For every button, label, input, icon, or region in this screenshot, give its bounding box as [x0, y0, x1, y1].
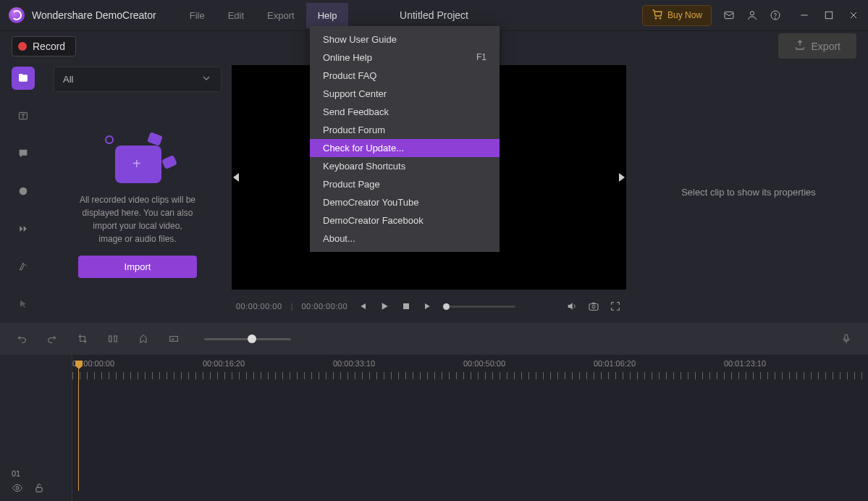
help-menu-label: Product Page: [323, 179, 380, 190]
help-menu-item[interactable]: Show User Guide: [310, 30, 500, 49]
mail-icon[interactable]: [723, 9, 735, 21]
svg-point-11: [20, 188, 28, 195]
redo-icon[interactable]: [45, 332, 59, 346]
import-button[interactable]: Import: [78, 256, 197, 278]
media-library-tab[interactable]: [12, 67, 35, 90]
help-menu-item[interactable]: Online HelpF1: [310, 49, 500, 67]
svg-point-0: [655, 17, 656, 18]
lock-icon[interactable]: [33, 482, 45, 495]
fullscreen-icon[interactable]: [609, 300, 622, 313]
help-menu-item[interactable]: DemoCreator YouTube: [310, 193, 500, 211]
help-menu-item[interactable]: DemoCreator Facebook: [310, 211, 500, 230]
maximize-icon[interactable]: [823, 9, 835, 21]
menu-export[interactable]: Export: [256, 3, 306, 28]
help-menu-label: DemoCreator Facebook: [323, 215, 424, 226]
prev-button-icon[interactable]: [356, 300, 369, 313]
next-frame-handle-icon[interactable]: [619, 173, 625, 182]
mic-icon[interactable]: [839, 332, 854, 346]
help-menu-label: DemoCreator YouTube: [323, 197, 419, 208]
ruler-ticks: [72, 372, 868, 379]
ruler-label: 00:00:16:20: [203, 359, 333, 368]
help-menu-item[interactable]: Product FAQ: [310, 67, 500, 85]
menu-file[interactable]: File: [178, 3, 216, 28]
svg-rect-7: [825, 12, 832, 18]
media-empty-illustration: + All recorded video clips will be displ…: [54, 135, 222, 245]
timeline-ruler[interactable]: 00:00:00:00 00:00:16:20 00:00:33:10 00:0…: [72, 359, 868, 385]
svg-rect-12: [403, 303, 409, 309]
help-menu-item[interactable]: About...: [310, 230, 500, 248]
timeline-track-controls: 01: [12, 469, 45, 495]
menu-edit[interactable]: Edit: [216, 3, 256, 28]
help-menu-item[interactable]: Check for Update...: [310, 139, 500, 157]
seek-slider[interactable]: [443, 306, 515, 308]
svg-rect-18: [845, 334, 848, 340]
left-toolbar: [0, 61, 46, 323]
help-menu-item[interactable]: Keyboard Shortcuts: [310, 157, 500, 175]
category-dropdown[interactable]: All: [54, 67, 222, 92]
ruler-label: 00:00:50:00: [463, 359, 594, 368]
menu-help[interactable]: Help: [306, 3, 349, 28]
app-title: Wondershare DemoCreator: [32, 9, 156, 21]
user-icon[interactable]: [746, 9, 758, 21]
undo-icon[interactable]: [14, 332, 29, 346]
text-tab[interactable]: [12, 104, 35, 127]
annotation-tab[interactable]: [12, 142, 35, 165]
svg-point-3: [750, 12, 754, 15]
help-menu-label: Product Forum: [323, 125, 385, 135]
split-icon[interactable]: [106, 332, 120, 346]
chevron-down-icon: [201, 72, 212, 86]
help-menu-label: Keyboard Shortcuts: [323, 161, 405, 172]
track-number: 01: [12, 469, 45, 478]
help-menu-item[interactable]: Product Forum: [310, 121, 500, 139]
help-dropdown-menu: Show User GuideOnline HelpF1Product FAQS…: [310, 26, 500, 252]
stickers-tab[interactable]: [12, 180, 35, 203]
close-icon[interactable]: [848, 9, 859, 21]
snapshot-icon[interactable]: [587, 300, 600, 313]
help-menu-item[interactable]: Support Center: [310, 85, 500, 103]
crop-icon[interactable]: [75, 332, 90, 346]
zoom-slider[interactable]: [204, 338, 291, 340]
help-menu-label: Product FAQ: [323, 70, 376, 81]
record-button[interactable]: Record: [12, 36, 76, 56]
svg-rect-16: [114, 336, 117, 342]
next-button-icon[interactable]: [421, 300, 434, 313]
play-button-icon[interactable]: [378, 300, 391, 313]
marker-icon[interactable]: [136, 332, 151, 346]
playhead[interactable]: [75, 361, 83, 491]
window-controls: [799, 9, 859, 21]
properties-hint: Select clip to show its properties: [681, 187, 816, 198]
help-menu-label: Support Center: [323, 88, 387, 99]
minimize-icon[interactable]: [799, 9, 810, 21]
help-menu-label: Online Help: [323, 52, 372, 63]
main-menu: File Edit Export Help: [178, 3, 349, 28]
ruler-labels: 00:00:00:00 00:00:16:20 00:00:33:10 00:0…: [72, 359, 868, 368]
svg-rect-13: [589, 304, 598, 311]
svg-rect-15: [109, 336, 111, 342]
buy-now-button[interactable]: Buy Now: [642, 5, 712, 26]
time-total: 00:00:00:00: [301, 302, 347, 311]
help-menu-item[interactable]: Send Feedback: [310, 103, 500, 121]
svg-rect-2: [725, 12, 733, 18]
prev-frame-handle-icon[interactable]: [233, 173, 239, 182]
media-empty-text: All recorded video clips will be display…: [54, 193, 222, 245]
titlebar-right: Buy Now: [642, 5, 859, 26]
help-menu-shortcut: F1: [476, 52, 486, 63]
svg-rect-20: [36, 487, 42, 492]
svg-point-19: [16, 487, 19, 489]
aspect-icon[interactable]: [167, 332, 181, 346]
app-logo-icon: [9, 7, 25, 23]
timeline[interactable]: 00:00:00:00 00:00:16:20 00:00:33:10 00:0…: [0, 355, 868, 501]
transitions-tab[interactable]: [12, 217, 35, 240]
effects-tab[interactable]: [12, 255, 35, 278]
visibility-icon[interactable]: [12, 482, 23, 495]
media-empty-line: import your local video,: [59, 219, 216, 232]
help-menu-label: Show User Guide: [323, 34, 397, 45]
export-button[interactable]: Export: [778, 33, 856, 59]
help-menu-label: About...: [323, 233, 355, 244]
stop-button-icon[interactable]: [400, 300, 413, 313]
volume-icon[interactable]: [565, 300, 578, 313]
help-menu-item[interactable]: Product Page: [310, 175, 500, 193]
help-icon[interactable]: [770, 9, 781, 21]
cursor-tab[interactable]: [12, 292, 35, 316]
time-separator: |: [291, 302, 293, 311]
